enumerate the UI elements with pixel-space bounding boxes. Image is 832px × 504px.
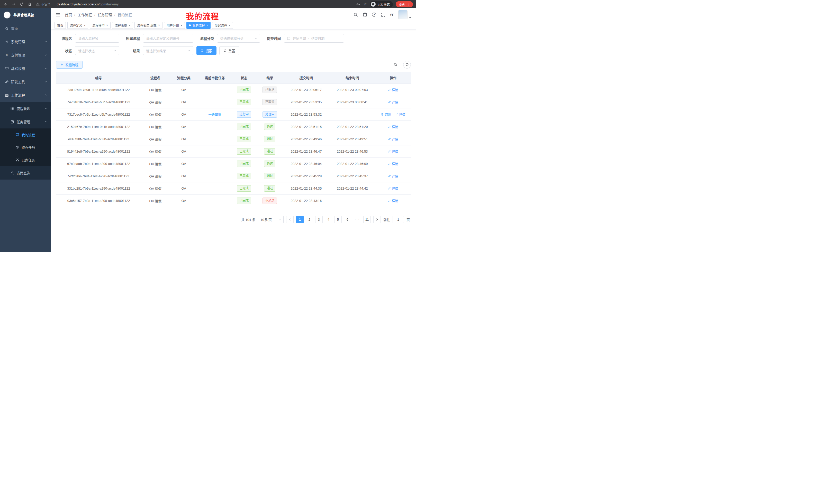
- browser-menu-icon[interactable]: ⋮: [407, 2, 411, 6]
- view-tab[interactable]: 我的流程 ×: [186, 22, 211, 29]
- detail-action[interactable]: 详情: [388, 161, 398, 166]
- help-icon[interactable]: ?: [372, 12, 376, 17]
- sidebar-item-leave-query[interactable]: 请假查询: [0, 166, 51, 179]
- close-icon[interactable]: ×: [229, 24, 230, 27]
- sidebar-item-my-process[interactable]: 我的流程: [0, 129, 51, 141]
- bookmark-star-icon[interactable]: ☆: [364, 2, 367, 6]
- reset-button[interactable]: 重置: [219, 46, 239, 55]
- sidebar-item-payment[interactable]: ¥ 支付管理: [0, 48, 51, 62]
- result-select[interactable]: 请选择流结果: [143, 46, 193, 55]
- view-tab[interactable]: 发起流程 ×: [212, 22, 233, 29]
- table-row[interactable]: 819442e8-7b9a-11ec-a290-acde48001122 OA …: [56, 145, 411, 158]
- sidebar-item-devtools[interactable]: 研发工具: [0, 75, 51, 88]
- address-bar[interactable]: dashboard.yudao.iocoder.cn/bpm/task/my: [57, 2, 119, 6]
- detail-action[interactable]: 详情: [388, 198, 398, 203]
- breadcrumb-item[interactable]: 任务管理: [98, 12, 112, 17]
- page-number-button[interactable]: 2: [306, 216, 313, 223]
- process-id-input[interactable]: [143, 34, 193, 43]
- page-number-button[interactable]: 1: [296, 216, 304, 223]
- table-row[interactable]: 67c2eaab-7b9a-11ec-a290-acde48001122 OA …: [56, 158, 411, 170]
- current-task-link[interactable]: 一级审批: [209, 112, 222, 117]
- detail-action[interactable]: 详情: [388, 100, 398, 105]
- process-id-field[interactable]: [146, 36, 190, 40]
- table-row[interactable]: 7470a810-7b9b-11ec-b5b7-acde48001122 OA …: [56, 96, 411, 108]
- page-number-button[interactable]: 5: [334, 216, 342, 223]
- sidebar-item-label: 支付管理: [11, 52, 25, 58]
- category-select[interactable]: 请选择流程分类: [217, 34, 260, 43]
- detail-action[interactable]: 详情: [388, 186, 398, 191]
- search-button[interactable]: 搜索: [197, 46, 216, 55]
- prev-page-button[interactable]: [286, 216, 294, 223]
- view-tab[interactable]: 流程表单-编辑 ×: [134, 22, 162, 29]
- detail-action[interactable]: 详情: [395, 112, 406, 117]
- app-logo[interactable]: 芋道管理系统: [0, 8, 51, 22]
- sidebar-item-todo-tasks[interactable]: 待办任务: [0, 141, 51, 153]
- view-tab[interactable]: 流程模型 ×: [90, 22, 110, 29]
- detail-action[interactable]: 详情: [388, 137, 398, 142]
- cancel-action[interactable]: 取消: [381, 112, 391, 117]
- show-search-icon[interactable]: [392, 61, 399, 68]
- reload-button[interactable]: [19, 2, 24, 7]
- table-row[interactable]: 331bc281-7b9a-11ec-a290-acde48001122 OA …: [56, 182, 411, 194]
- detail-action[interactable]: 详情: [388, 87, 398, 92]
- current-task-cell: [198, 133, 232, 145]
- table-row[interactable]: 52ffd28e-7b9a-11ec-a290-acde48001122 OA …: [56, 170, 411, 182]
- page-number-button[interactable]: ···: [353, 216, 361, 223]
- update-chrome-button[interactable]: 更新 ⋮: [396, 1, 413, 7]
- process-name-input[interactable]: [75, 34, 119, 43]
- view-tab[interactable]: 用户分组 ×: [164, 22, 185, 29]
- detail-action[interactable]: 详情: [388, 149, 398, 154]
- create-process-button[interactable]: 发起流程: [56, 61, 82, 68]
- home-button[interactable]: [27, 2, 32, 7]
- sidebar-item-task-management[interactable]: 任务管理: [0, 115, 51, 129]
- fullscreen-icon[interactable]: [381, 12, 385, 17]
- sidebar-item-workflow[interactable]: 工作流程: [0, 88, 51, 102]
- close-icon[interactable]: ×: [206, 24, 208, 27]
- table-row[interactable]: 3ad174fb-7b9d-11ec-8404-acde48001122 OA …: [56, 83, 411, 96]
- breadcrumb-item[interactable]: 工作流程: [78, 12, 92, 17]
- view-tab[interactable]: 流程表单 ×: [112, 22, 133, 29]
- user-menu[interactable]: [398, 10, 411, 19]
- page-number-button[interactable]: 6: [344, 216, 351, 223]
- close-icon[interactable]: ×: [129, 24, 130, 27]
- sidebar-item-home[interactable]: 首页: [0, 22, 51, 35]
- sidebar-item-infrastructure[interactable]: 基础设施: [0, 62, 51, 75]
- site-security[interactable]: 不安全: [36, 2, 51, 7]
- column-header: 结束时间: [329, 72, 375, 83]
- next-page-button[interactable]: [373, 216, 381, 223]
- hamburger-icon[interactable]: [55, 12, 60, 17]
- detail-action[interactable]: 详情: [388, 174, 398, 178]
- page-number-button[interactable]: 11: [363, 216, 371, 223]
- page-number-button[interactable]: 3: [315, 216, 323, 223]
- password-key-icon[interactable]: [356, 2, 361, 7]
- table-row[interactable]: 7317cec6-7b9b-11ec-b5b7-acde48001122 OA …: [56, 108, 411, 120]
- status-select[interactable]: 请选择状态: [75, 46, 119, 55]
- refresh-table-icon[interactable]: [403, 61, 411, 68]
- process-name-field[interactable]: [78, 36, 116, 40]
- font-size-icon[interactable]: tT: [390, 12, 393, 17]
- page-size-select[interactable]: 10条/页: [258, 216, 284, 223]
- goto-page-input[interactable]: [393, 216, 404, 223]
- submit-time-range-picker[interactable]: 开始日期 - 结束日期: [284, 34, 344, 43]
- table-row[interactable]: 2152467e-7b9b-11ec-9a1b-acde48001122 OA …: [56, 120, 411, 133]
- close-icon[interactable]: ×: [106, 24, 108, 27]
- sidebar-item-process-management[interactable]: 流程管理: [0, 102, 51, 115]
- view-tab[interactable]: 流程定义 ×: [67, 22, 88, 29]
- detail-action[interactable]: 详情: [388, 124, 398, 129]
- close-icon[interactable]: ×: [181, 24, 182, 27]
- close-icon[interactable]: ×: [84, 24, 86, 27]
- result-badge: 不通过: [262, 198, 277, 204]
- table-row[interactable]: 03c6c157-7b9a-11ec-a290-acde48001122 OA …: [56, 194, 411, 207]
- breadcrumb-item[interactable]: 首页: [65, 12, 72, 17]
- close-icon[interactable]: ×: [158, 24, 160, 27]
- table-row[interactable]: ec45f38f-7b9a-11ec-b03b-acde48001122 OA …: [56, 133, 411, 145]
- back-button[interactable]: [3, 2, 8, 7]
- page-number-button[interactable]: 4: [325, 216, 332, 223]
- view-tab[interactable]: 首页 ×: [54, 22, 66, 29]
- forward-button[interactable]: [11, 2, 16, 7]
- search-icon[interactable]: [354, 12, 358, 17]
- column-header: 编号: [56, 72, 141, 83]
- sidebar-item-system[interactable]: 系统管理: [0, 35, 51, 48]
- sidebar-item-done-tasks[interactable]: 已办任务: [0, 153, 51, 166]
- github-icon[interactable]: [363, 12, 367, 17]
